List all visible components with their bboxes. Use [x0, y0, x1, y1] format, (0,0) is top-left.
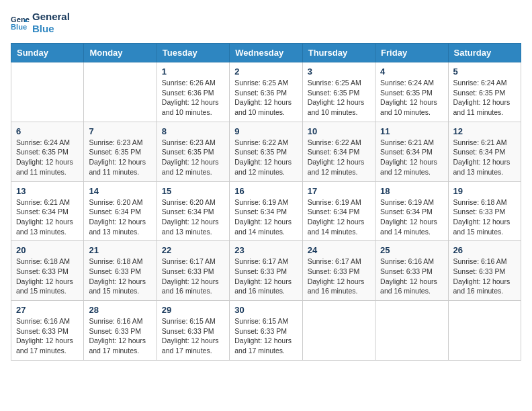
calendar-week-1: 1Sunrise: 6:26 AM Sunset: 6:36 PM Daylig…: [11, 62, 521, 122]
calendar-cell: [302, 301, 375, 361]
day-number: 30: [234, 305, 297, 315]
day-number: 19: [453, 186, 516, 196]
calendar-cell: 15Sunrise: 6:20 AM Sunset: 6:34 PM Dayli…: [157, 181, 229, 241]
day-number: 21: [89, 245, 151, 255]
day-number: 5: [453, 66, 516, 77]
calendar-cell: 6Sunrise: 6:24 AM Sunset: 6:35 PM Daylig…: [11, 122, 84, 181]
day-info: Sunrise: 6:26 AM Sunset: 6:36 PM Dayligh…: [162, 78, 224, 118]
calendar-cell: 14Sunrise: 6:20 AM Sunset: 6:34 PM Dayli…: [84, 181, 157, 241]
day-info: Sunrise: 6:19 AM Sunset: 6:34 PM Dayligh…: [234, 197, 297, 237]
day-number: 11: [380, 126, 443, 136]
logo-line1: General: [32, 11, 70, 23]
day-info: Sunrise: 6:22 AM Sunset: 6:35 PM Dayligh…: [234, 138, 297, 177]
svg-text:General: General: [11, 15, 30, 24]
day-info: Sunrise: 6:24 AM Sunset: 6:35 PM Dayligh…: [16, 138, 79, 177]
calendar-cell: 24Sunrise: 6:17 AM Sunset: 6:33 PM Dayli…: [302, 241, 375, 301]
day-info: Sunrise: 6:23 AM Sunset: 6:35 PM Dayligh…: [89, 138, 151, 177]
day-number: 9: [234, 126, 297, 136]
day-number: 3: [308, 66, 370, 77]
day-number: 29: [162, 305, 224, 315]
calendar-week-5: 27Sunrise: 6:16 AM Sunset: 6:33 PM Dayli…: [11, 301, 521, 361]
day-info: Sunrise: 6:19 AM Sunset: 6:34 PM Dayligh…: [308, 197, 370, 237]
calendar-week-3: 13Sunrise: 6:21 AM Sunset: 6:34 PM Dayli…: [11, 181, 521, 241]
day-number: 26: [453, 245, 516, 255]
calendar-cell: 17Sunrise: 6:19 AM Sunset: 6:34 PM Dayli…: [302, 181, 375, 241]
calendar-cell: 26Sunrise: 6:16 AM Sunset: 6:33 PM Dayli…: [448, 241, 521, 301]
day-info: Sunrise: 6:18 AM Sunset: 6:33 PM Dayligh…: [453, 197, 516, 237]
calendar-cell: 5Sunrise: 6:24 AM Sunset: 6:35 PM Daylig…: [448, 62, 521, 122]
calendar-cell: 9Sunrise: 6:22 AM Sunset: 6:35 PM Daylig…: [230, 122, 302, 181]
day-number: 13: [16, 186, 79, 196]
col-monday: Monday: [84, 44, 157, 62]
calendar-week-2: 6Sunrise: 6:24 AM Sunset: 6:35 PM Daylig…: [11, 122, 521, 181]
day-number: 6: [16, 126, 79, 136]
day-info: Sunrise: 6:17 AM Sunset: 6:33 PM Dayligh…: [162, 257, 224, 296]
calendar-cell: [11, 62, 84, 122]
day-number: 10: [308, 126, 370, 136]
col-tuesday: Tuesday: [157, 44, 229, 62]
day-info: Sunrise: 6:18 AM Sunset: 6:33 PM Dayligh…: [16, 257, 79, 296]
day-info: Sunrise: 6:16 AM Sunset: 6:33 PM Dayligh…: [16, 316, 79, 356]
day-info: Sunrise: 6:21 AM Sunset: 6:34 PM Dayligh…: [380, 138, 443, 177]
calendar-cell: 11Sunrise: 6:21 AM Sunset: 6:34 PM Dayli…: [375, 122, 448, 181]
day-number: 17: [308, 186, 370, 196]
day-number: 22: [162, 245, 224, 255]
day-info: Sunrise: 6:17 AM Sunset: 6:33 PM Dayligh…: [308, 257, 370, 296]
calendar-cell: 2Sunrise: 6:25 AM Sunset: 6:36 PM Daylig…: [230, 62, 302, 122]
calendar-week-4: 20Sunrise: 6:18 AM Sunset: 6:33 PM Dayli…: [11, 241, 521, 301]
day-info: Sunrise: 6:20 AM Sunset: 6:34 PM Dayligh…: [89, 197, 151, 237]
header: General Blue General Blue: [11, 11, 521, 35]
calendar-cell: 30Sunrise: 6:15 AM Sunset: 6:33 PM Dayli…: [230, 301, 302, 361]
day-info: Sunrise: 6:21 AM Sunset: 6:34 PM Dayligh…: [16, 197, 79, 237]
day-info: Sunrise: 6:25 AM Sunset: 6:36 PM Dayligh…: [234, 78, 297, 118]
day-number: 14: [89, 186, 151, 196]
day-info: Sunrise: 6:21 AM Sunset: 6:34 PM Dayligh…: [453, 138, 516, 177]
day-number: 23: [234, 245, 297, 255]
col-thursday: Thursday: [302, 44, 375, 62]
col-sunday: Sunday: [11, 44, 84, 62]
calendar-cell: 1Sunrise: 6:26 AM Sunset: 6:36 PM Daylig…: [157, 62, 229, 122]
calendar-cell: [448, 301, 521, 361]
svg-text:Blue: Blue: [11, 23, 27, 31]
calendar-cell: 19Sunrise: 6:18 AM Sunset: 6:33 PM Dayli…: [448, 181, 521, 241]
calendar-cell: 23Sunrise: 6:17 AM Sunset: 6:33 PM Dayli…: [230, 241, 302, 301]
calendar-cell: 12Sunrise: 6:21 AM Sunset: 6:34 PM Dayli…: [448, 122, 521, 181]
day-number: 27: [16, 305, 79, 315]
col-saturday: Saturday: [448, 44, 521, 62]
day-number: 12: [453, 126, 516, 136]
col-friday: Friday: [375, 44, 448, 62]
calendar-cell: 16Sunrise: 6:19 AM Sunset: 6:34 PM Dayli…: [230, 181, 302, 241]
day-number: 1: [162, 66, 224, 77]
col-wednesday: Wednesday: [230, 44, 302, 62]
day-number: 4: [380, 66, 443, 77]
logo-icon: General Blue: [11, 13, 30, 32]
day-number: 8: [162, 126, 224, 136]
calendar-cell: 10Sunrise: 6:22 AM Sunset: 6:34 PM Dayli…: [302, 122, 375, 181]
calendar-cell: 3Sunrise: 6:25 AM Sunset: 6:35 PM Daylig…: [302, 62, 375, 122]
day-info: Sunrise: 6:16 AM Sunset: 6:33 PM Dayligh…: [380, 257, 443, 296]
day-number: 18: [380, 186, 443, 196]
day-info: Sunrise: 6:16 AM Sunset: 6:33 PM Dayligh…: [89, 316, 151, 356]
day-info: Sunrise: 6:18 AM Sunset: 6:33 PM Dayligh…: [89, 257, 151, 296]
calendar-cell: [84, 62, 157, 122]
header-row: Sunday Monday Tuesday Wednesday Thursday…: [11, 44, 521, 62]
day-info: Sunrise: 6:23 AM Sunset: 6:35 PM Dayligh…: [162, 138, 224, 177]
calendar-cell: 27Sunrise: 6:16 AM Sunset: 6:33 PM Dayli…: [11, 301, 84, 361]
day-info: Sunrise: 6:19 AM Sunset: 6:34 PM Dayligh…: [380, 197, 443, 237]
calendar-cell: 4Sunrise: 6:24 AM Sunset: 6:35 PM Daylig…: [375, 62, 448, 122]
day-info: Sunrise: 6:15 AM Sunset: 6:33 PM Dayligh…: [162, 316, 224, 356]
day-info: Sunrise: 6:25 AM Sunset: 6:35 PM Dayligh…: [308, 78, 370, 118]
day-info: Sunrise: 6:24 AM Sunset: 6:35 PM Dayligh…: [453, 78, 516, 118]
day-info: Sunrise: 6:20 AM Sunset: 6:34 PM Dayligh…: [162, 197, 224, 237]
day-number: 28: [89, 305, 151, 315]
day-number: 2: [234, 66, 297, 77]
logo-line2: Blue: [32, 23, 70, 35]
day-number: 15: [162, 186, 224, 196]
calendar-table: Sunday Monday Tuesday Wednesday Thursday…: [11, 43, 521, 361]
calendar-cell: 20Sunrise: 6:18 AM Sunset: 6:33 PM Dayli…: [11, 241, 84, 301]
day-info: Sunrise: 6:17 AM Sunset: 6:33 PM Dayligh…: [234, 257, 297, 296]
calendar-cell: 21Sunrise: 6:18 AM Sunset: 6:33 PM Dayli…: [84, 241, 157, 301]
calendar-cell: [375, 301, 448, 361]
calendar-cell: 25Sunrise: 6:16 AM Sunset: 6:33 PM Dayli…: [375, 241, 448, 301]
calendar-cell: 7Sunrise: 6:23 AM Sunset: 6:35 PM Daylig…: [84, 122, 157, 181]
